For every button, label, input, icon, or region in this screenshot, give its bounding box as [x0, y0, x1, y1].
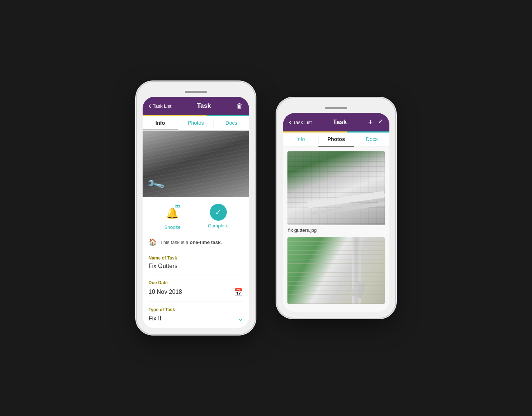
- shingle-pattern-1: [287, 151, 385, 225]
- form-section: Name of Task Fix Gutters Due Date 10 Nov…: [143, 250, 249, 328]
- type-of-task-value[interactable]: Fix It ⌄: [149, 314, 243, 323]
- plus-icon[interactable]: +: [368, 117, 373, 127]
- phone-speaker: [185, 91, 207, 93]
- left-phone-screen: Task List Task 🗑 Info Photos Docs: [143, 97, 249, 328]
- due-date-value[interactable]: 10 Nov 2018 📅: [149, 288, 243, 296]
- tab-photos[interactable]: Photos: [178, 116, 213, 130]
- complete-button[interactable]: ✓ Complete: [208, 204, 229, 230]
- name-of-task-field: Name of Task Fix Gutters: [149, 250, 243, 275]
- complete-icon-circle: ✓: [210, 204, 227, 221]
- photo-filename-1: fix gutters.jpg: [287, 225, 385, 234]
- drill-icon: 🔧: [146, 175, 166, 194]
- left-header: Task List Task 🗑: [143, 97, 249, 115]
- chevron-down-icon[interactable]: ⌄: [238, 314, 243, 323]
- photo-item-2[interactable]: [287, 237, 385, 304]
- right-tab-photos[interactable]: Photos: [318, 133, 354, 147]
- calendar-icon[interactable]: 📅: [234, 288, 243, 296]
- photo-bg-2: [287, 237, 385, 304]
- photo-image-2: [287, 237, 385, 304]
- right-tab-info[interactable]: Info: [283, 133, 318, 147]
- header-title: Task: [197, 102, 211, 110]
- gutter-background: 🔧: [143, 131, 249, 197]
- back-label: Task List: [153, 103, 171, 109]
- snooze-button[interactable]: 🔔 zzz Snooze: [163, 204, 182, 230]
- due-date-label: Due Date: [149, 280, 243, 285]
- right-header: Task List Task + ✓: [283, 113, 389, 131]
- checkmark-icon: ✓: [215, 208, 221, 217]
- tab-bar: Info Photos Docs: [143, 116, 249, 131]
- home-icon: 🏠: [149, 238, 157, 246]
- photos-grid: fix gutters.jpg: [283, 147, 389, 312]
- type-of-task-field: Type of Task Fix It ⌄: [149, 302, 243, 328]
- task-note: 🏠 This task is a one-time task.: [143, 234, 249, 250]
- name-of-task-label: Name of Task: [149, 255, 243, 261]
- right-tab-bar: Info Photos Docs: [283, 133, 389, 147]
- type-of-task-label: Type of Task: [149, 307, 243, 312]
- tab-docs[interactable]: Docs: [214, 116, 249, 130]
- name-of-task-value[interactable]: Fix Gutters: [149, 263, 243, 269]
- bell-icon: 🔔: [166, 207, 179, 219]
- tab-info[interactable]: Info: [143, 116, 178, 130]
- action-buttons: 🔔 zzz Snooze ✓ Complete: [143, 197, 249, 234]
- header-actions: 🗑: [236, 102, 243, 110]
- left-phone: Task List Task 🗑 Info Photos Docs: [137, 82, 255, 334]
- photo-image-1: [287, 151, 385, 225]
- complete-label: Complete: [208, 223, 229, 228]
- task-note-text: This task is a one-time task.: [160, 240, 222, 245]
- right-tab-docs[interactable]: Docs: [354, 133, 389, 147]
- back-button[interactable]: Task List: [149, 101, 171, 111]
- right-back-button[interactable]: Task List: [289, 117, 312, 127]
- check-icon[interactable]: ✓: [378, 117, 383, 127]
- right-phone-screen: Task List Task + ✓ Info Photos Docs: [283, 113, 389, 312]
- photo-bg-1: [287, 151, 385, 225]
- trash-icon[interactable]: 🗑: [236, 102, 243, 110]
- right-header-title: Task: [333, 118, 347, 126]
- siding-pattern: [287, 237, 385, 304]
- due-date-field: Due Date 10 Nov 2018 📅: [149, 275, 243, 302]
- right-header-actions: + ✓: [368, 117, 383, 127]
- right-chevron-left-icon: [289, 117, 291, 127]
- zzz-icon: zzz: [175, 204, 180, 208]
- chevron-left-icon: [149, 101, 151, 111]
- snooze-icon-container: 🔔 zzz: [163, 204, 182, 222]
- photo-item-1[interactable]: fix gutters.jpg: [287, 151, 385, 234]
- phone-speaker-right: [325, 107, 347, 109]
- hero-image: 🔧: [143, 131, 249, 197]
- right-back-label: Task List: [293, 120, 312, 125]
- right-phone: Task List Task + ✓ Info Photos Docs: [277, 98, 395, 318]
- snooze-label: Snooze: [164, 224, 181, 230]
